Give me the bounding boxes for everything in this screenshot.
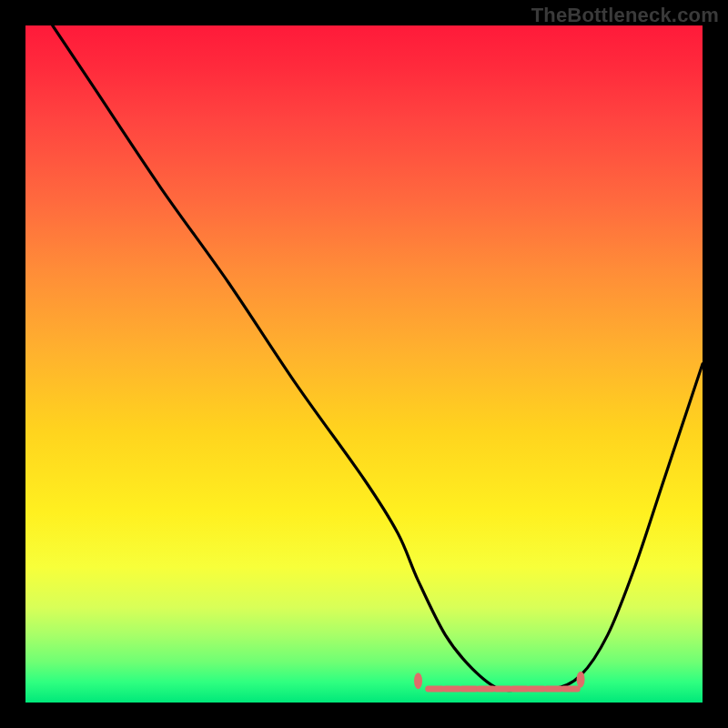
chart-svg <box>25 25 703 703</box>
bottleneck-curve-group <box>53 25 703 691</box>
watermark-text: TheBottleneck.com <box>531 4 719 27</box>
optimal-range-left <box>414 672 422 689</box>
chart-frame: TheBottleneck.com <box>0 0 728 728</box>
plot-area <box>25 25 703 703</box>
bottleneck-curve <box>53 25 703 691</box>
optimal-range-right <box>577 672 585 688</box>
